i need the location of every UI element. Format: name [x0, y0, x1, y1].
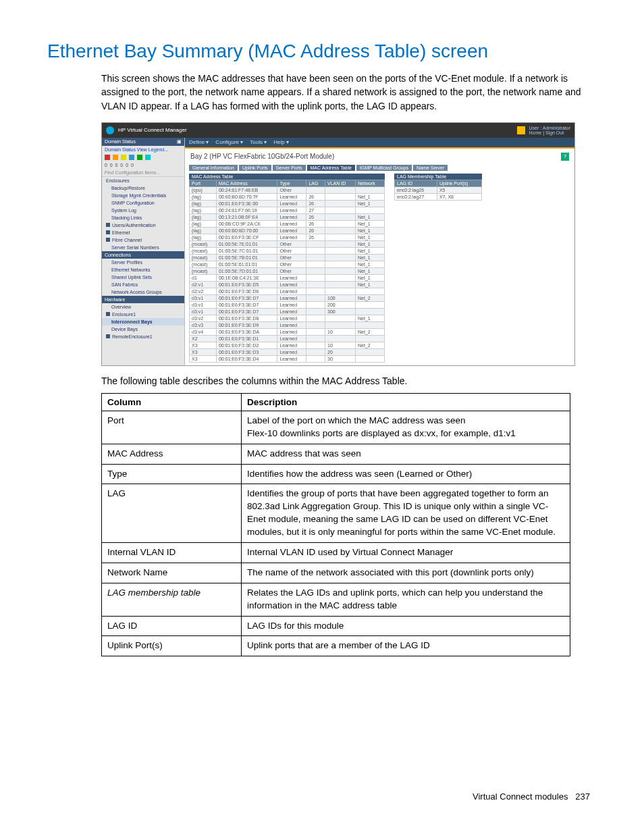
user-label: User : Administrator: [529, 126, 570, 130]
table-row: (mcast)01:00:5E:01:01:01OtherNet_1: [190, 261, 385, 267]
table-row: (lag)00:60:B0:8D:70:7FLearned26Net_1: [190, 193, 385, 200]
sidebar-item[interactable]: Device Bays: [102, 325, 184, 333]
sidebar-item[interactable]: SAN Fabrics: [102, 281, 184, 288]
page-title: Ethernet Bay Summary (MAC Address Table)…: [47, 41, 597, 62]
sidebar-sub[interactable]: Domain Status View Legend...: [102, 146, 184, 153]
sidebar-item[interactable]: Users/Authentication: [102, 221, 184, 229]
mac-table-title: MAC Address Table: [189, 174, 385, 180]
between-paragraph: The following table describes the column…: [101, 375, 597, 386]
mac-address-table: PortMAC AddressTypeLAGVLAN IDNetwork(cpu…: [189, 180, 385, 363]
sidebar-item[interactable]: System Log: [102, 207, 184, 214]
sidebar-item[interactable]: Server Serial Numbers: [102, 244, 184, 251]
sidebar-item[interactable]: Stacking Links: [102, 214, 184, 221]
tab[interactable]: Uplink Ports: [239, 165, 271, 171]
hp-logo-icon: [106, 126, 114, 134]
sidebar-cat-connections: Connections: [102, 251, 184, 259]
table-row: X300:01:E6:F3:3E:D4Learned30: [190, 355, 385, 362]
menu-item[interactable]: Tools ▾: [250, 139, 267, 145]
tab[interactable]: IGMP Multicast Groups: [356, 165, 412, 171]
status-icon[interactable]: [121, 155, 126, 160]
menu-item[interactable]: Configure ▾: [215, 139, 243, 145]
table-row: (lag)00:0B:CD:9F:2A:C6Learned26Net_1: [190, 220, 385, 227]
sidebar-item[interactable]: Fibre Channel: [102, 236, 184, 244]
intro-paragraph: This screen shows the MAC addresses that…: [101, 72, 597, 113]
app-titlebar: HP Virtual Connect Manager User : Admini…: [102, 123, 574, 138]
lag-membership-table: LAG IDUplink Port(s)enc0:2:lag26X5enc0:2…: [394, 180, 482, 201]
sidebar-item[interactable]: Backup/Restore: [102, 184, 184, 192]
table-row: enc0:2:lag26X5: [395, 186, 482, 193]
table-row: (mcast)01:00:5E:7C:01:01OtherNet_1: [190, 247, 385, 254]
table-row: TypeIdentifies how the address was seen …: [102, 464, 570, 484]
table-row: (mcast)01:00:5E:7D:01:01OtherNet_1: [190, 267, 385, 274]
table-row: d3:v400:01:E6:F3:3E:DALearned10Net_2: [190, 328, 385, 335]
home-icon[interactable]: [517, 126, 525, 134]
table-row: (lag)00:60:B0:8D:70:00Learned26Net_1: [190, 227, 385, 234]
sidebar-item[interactable]: Overview: [102, 303, 184, 311]
screenshot: HP Virtual Connect Manager User : Admini…: [101, 122, 575, 366]
table-row: Internal VLAN IDInternal VLAN ID used by…: [102, 543, 570, 563]
table-row: Network NameThe name of the network asso…: [102, 563, 570, 583]
lag-table-title: LAG Membership Table: [394, 174, 482, 180]
sidebar-item[interactable]: Storage Mgmt Credentials: [102, 192, 184, 199]
sidebar-status-icons: [102, 153, 184, 161]
sidebar-item[interactable]: Network Access Groups: [102, 288, 184, 296]
table-row: d3:v100:01:E6:F3:3E:D7Learned200: [190, 301, 385, 308]
sidebar-item[interactable]: Enclosure1: [102, 311, 184, 318]
sidebar-item[interactable]: Interconnect Bays: [102, 318, 184, 325]
table-row: (mcast)01:00:5E:7B:01:01OtherNet_1: [190, 254, 385, 261]
table-row: (mcast)01:00:5E:7E:01:01OtherNet_1: [190, 240, 385, 247]
tab[interactable]: Name Server: [413, 165, 448, 171]
status-icon[interactable]: [137, 155, 142, 160]
menubar[interactable]: Define ▾Configure ▾Tools ▾Help ▾: [185, 138, 574, 147]
sidebar-item[interactable]: Enclosures: [102, 177, 184, 184]
table-row: LAG IDLAG IDs for this module: [102, 616, 570, 636]
table-row: d3:v100:01:E6:F3:3E:D7Learned100Net_2: [190, 294, 385, 301]
help-icon[interactable]: ?: [561, 153, 569, 161]
status-icon[interactable]: [113, 155, 118, 160]
sidebar-header: Domain Status▣: [102, 138, 184, 146]
table-row: (cpu)00:24:81:F7:48:EBOther: [190, 186, 385, 193]
main-pane: Define ▾Configure ▾Tools ▾Help ▾ Bay 2 (…: [185, 138, 574, 365]
desc-th-description: Description: [242, 393, 570, 411]
status-icon[interactable]: [105, 155, 110, 160]
table-row: enc0:2:lag27X7, X8: [395, 193, 482, 200]
table-row: d2:v200:01:E6:F3:3E:D6Learned: [190, 288, 385, 294]
sidebar-item[interactable]: SNMP Configuration: [102, 199, 184, 207]
module-title: Bay 2 (HP VC FlexFabric 10Gb/24-Port Mod…: [190, 153, 334, 160]
sidebar-item[interactable]: Ethernet Networks: [102, 266, 184, 273]
app-title: HP Virtual Connect Manager: [118, 127, 187, 133]
table-row: X300:01:E6:F3:3E:D3Learned20: [190, 348, 385, 355]
find-input[interactable]: Find Configuration Items...: [102, 169, 184, 177]
menu-item[interactable]: Define ▾: [189, 139, 209, 145]
page-footer: Virtual Connect modules 237: [47, 791, 597, 802]
table-row: PortLabel of the port on which the MAC a…: [102, 411, 570, 444]
tab[interactable]: MAC Address Table: [307, 165, 355, 171]
table-row: (lag)00:13:21:0B:0F:E4Learned26Net_1: [190, 213, 385, 220]
table-row: d100:1E:0B:C4:21:3ELearnedNet_1: [190, 274, 385, 281]
tab[interactable]: General Information: [189, 165, 238, 171]
sidebar-item[interactable]: RemoteEnclosure1: [102, 333, 184, 340]
status-icon[interactable]: [129, 155, 134, 160]
table-row: d3:v100:01:E6:F3:3E:D7Learned300: [190, 308, 385, 315]
header-links[interactable]: Home | Sign Out: [529, 130, 564, 135]
table-row: X200:01:E6:F3:3E:D1Learned: [190, 335, 385, 342]
table-row: LAGIdentifies the group of ports that ha…: [102, 484, 570, 543]
table-row: (lag)00:01:E6:F3:3E:00Learned26Net_1: [190, 200, 385, 207]
table-row: Uplink Port(s)Uplink ports that are a me…: [102, 636, 570, 656]
table-row: X300:01:E6:F3:3E:D2Learned10Net_2: [190, 342, 385, 348]
sidebar-item[interactable]: Ethernet: [102, 229, 184, 236]
sidebar-item[interactable]: Shared Uplink Sets: [102, 273, 184, 281]
tab[interactable]: Server Ports: [273, 165, 306, 171]
sidebar-item[interactable]: Server Profiles: [102, 259, 184, 266]
status-icon[interactable]: [145, 155, 151, 160]
table-row: (lag)00:24:81:F7:66:19Learned27: [190, 207, 385, 213]
tabs: General InformationUplink PortsServer Po…: [185, 165, 574, 171]
table-row: d3:v300:01:E6:F3:3E:D9Learned: [190, 321, 385, 328]
table-row: d3:v200:01:E6:F3:3E:D8LearnedNet_1: [190, 315, 385, 321]
table-row: d2:v100:01:E6:F3:3E:D5LearnedNet_1: [190, 281, 385, 288]
description-table: Column Description PortLabel of the port…: [101, 393, 570, 656]
table-row: (lag)00:01:E6:F3:3E:CFLearned26Net_1: [190, 234, 385, 240]
table-row: MAC AddressMAC address that was seen: [102, 444, 570, 464]
menu-item[interactable]: Help ▾: [273, 139, 289, 145]
desc-th-column: Column: [102, 393, 242, 411]
